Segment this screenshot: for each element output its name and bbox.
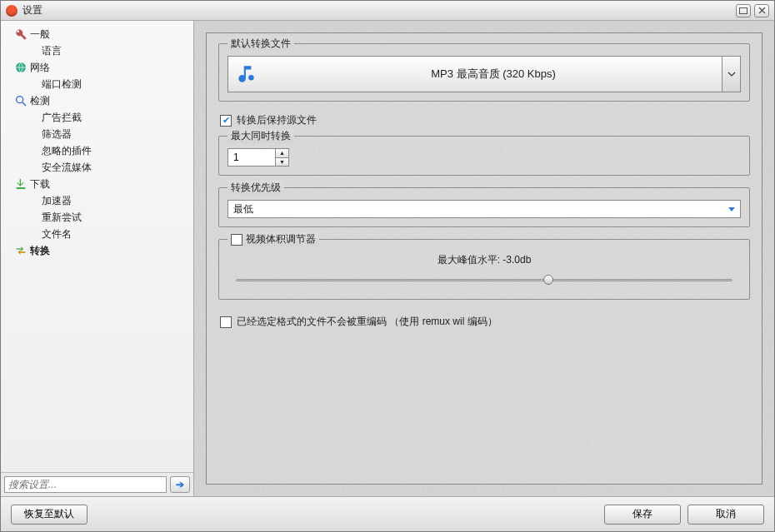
group-priority-legend: 转换优先级 [228, 181, 284, 195]
maximize-icon [739, 7, 748, 14]
window-title: 设置 [22, 3, 736, 17]
music-icon [228, 63, 265, 85]
search-input[interactable] [4, 476, 167, 493]
settings-tree: 一般语言网络端口检测检测广告拦截筛选器忽略的插件安全流媒体下载加速器重新尝试文件… [1, 21, 193, 472]
volume-slider-wrap: 最大峰值水平: -3.0db [228, 251, 741, 291]
globe-icon [13, 61, 28, 74]
tree-item-11[interactable]: 重新尝试 [9, 209, 193, 226]
tree-item-label: 网络 [28, 61, 50, 75]
tree-item-4[interactable]: 检测 [9, 92, 193, 109]
group-default-profile-legend: 默认转换文件 [228, 37, 294, 51]
wrench-icon [13, 27, 28, 41]
tree-item-8[interactable]: 安全流媒体 [9, 159, 193, 176]
tree-item-1[interactable]: 语言 [9, 42, 193, 59]
svg-point-8 [248, 75, 254, 81]
group-volume: 视频体积调节器 最大峰值水平: -3.0db [218, 239, 750, 300]
group-max-concurrent: 最大同时转换 ▲ ▼ [218, 136, 750, 176]
app-icon [6, 5, 18, 17]
tree-item-label: 加速器 [40, 194, 72, 208]
group-max-concurrent-legend: 最大同时转换 [228, 129, 294, 143]
cancel-button[interactable]: 取消 [688, 505, 764, 525]
chevron-down-icon[interactable] [722, 57, 740, 92]
spin-up-button[interactable]: ▲ [276, 149, 288, 157]
tree-item-label: 筛选器 [40, 127, 72, 142]
tree-item-10[interactable]: 加速器 [9, 192, 193, 209]
footer: 恢复至默认 保存 取消 [1, 496, 774, 531]
close-button[interactable] [754, 4, 769, 17]
tree-item-label: 语言 [40, 44, 62, 58]
tree-item-label: 文件名 [40, 227, 72, 241]
save-button[interactable]: 保存 [604, 505, 681, 525]
search-bar: ➔ [1, 472, 193, 496]
search-go-button[interactable]: ➔ [170, 476, 190, 493]
keep-source-checkbox[interactable]: ✔ [220, 115, 232, 127]
keep-source-label: 转换后保持源文件 [237, 113, 317, 127]
body: 一般语言网络端口检测检测广告拦截筛选器忽略的插件安全流媒体下载加速器重新尝试文件… [1, 21, 774, 496]
group-volume-legend: 视频体积调节器 [246, 232, 316, 246]
download-icon [13, 177, 28, 191]
default-profile-select[interactable]: MP3 最高音质 (320 Kbps) [228, 56, 741, 92]
volume-slider[interactable] [236, 274, 732, 286]
priority-value: 最低 [233, 202, 723, 216]
tree-item-label: 忽略的插件 [40, 144, 92, 158]
close-icon [758, 7, 766, 14]
title-bar: 设置 [1, 1, 774, 21]
volume-caption: 最大峰值水平: -3.0db [236, 253, 732, 267]
keep-source-row: ✔ 转换后保持源文件 [220, 113, 750, 127]
group-priority: 转换优先级 最低 [218, 187, 750, 227]
slider-track [236, 279, 732, 281]
convert-panel: 默认转换文件 MP3 最高音质 (320 Kbps) ✔ 转换后保持源文件 [206, 32, 762, 485]
tree-item-9[interactable]: 下载 [9, 176, 193, 192]
convert-icon [13, 244, 28, 257]
tree-item-label: 一般 [28, 27, 50, 42]
tree-item-0[interactable]: 一般 [9, 26, 193, 42]
max-concurrent-input[interactable] [228, 149, 275, 166]
tree-item-label: 端口检测 [40, 77, 82, 92]
dropdown-arrow-icon [723, 203, 740, 215]
tree-item-label: 广告拦截 [40, 111, 82, 125]
magnifier-icon [13, 94, 28, 107]
svg-rect-0 [740, 7, 748, 13]
svg-line-6 [22, 102, 26, 106]
arrow-right-icon: ➔ [176, 479, 184, 490]
slider-thumb[interactable] [543, 275, 553, 285]
sidebar: 一般语言网络端口检测检测广告拦截筛选器忽略的插件安全流媒体下载加速器重新尝试文件… [1, 21, 194, 496]
default-profile-label: MP3 最高音质 (320 Kbps) [265, 67, 722, 82]
tree-item-label: 检测 [28, 94, 50, 108]
svg-point-5 [17, 97, 23, 103]
tree-item-3[interactable]: 端口检测 [9, 76, 193, 92]
tree-item-12[interactable]: 文件名 [9, 226, 193, 242]
spinner-buttons: ▲ ▼ [275, 149, 288, 166]
tree-item-label: 转换 [28, 244, 50, 258]
tree-item-label: 安全流媒体 [40, 161, 92, 175]
remux-checkbox[interactable]: ✔ [220, 316, 232, 328]
priority-select[interactable]: 最低 [228, 200, 741, 218]
tree-item-7[interactable]: 忽略的插件 [9, 142, 193, 159]
tree-item-label: 下载 [28, 177, 50, 191]
window-buttons [736, 4, 769, 17]
tree-item-5[interactable]: 广告拦截 [9, 109, 193, 126]
remux-row: ✔ 已经选定格式的文件不会被重编码 （使用 remux wil 编码） [220, 315, 750, 329]
tree-item-13[interactable]: 转换 [9, 242, 193, 259]
spin-down-button[interactable]: ▼ [276, 157, 288, 167]
maximize-button[interactable] [736, 4, 751, 17]
restore-defaults-button[interactable]: 恢复至默认 [11, 505, 88, 525]
group-default-profile: 默认转换文件 MP3 最高音质 (320 Kbps) [218, 43, 750, 102]
settings-window: 设置 一般语言网络端口检测检测广告拦截筛选器忽略的插件安全流媒体下载加速器重新尝… [0, 0, 775, 532]
tree-item-6[interactable]: 筛选器 [9, 126, 193, 142]
svg-point-3 [17, 30, 19, 32]
svg-rect-7 [17, 187, 26, 189]
svg-marker-9 [728, 207, 735, 211]
volume-enable-checkbox[interactable] [231, 234, 242, 246]
tree-item-label: 重新尝试 [40, 211, 82, 225]
content-area: 默认转换文件 MP3 最高音质 (320 Kbps) ✔ 转换后保持源文件 [194, 21, 774, 496]
remux-label: 已经选定格式的文件不会被重编码 （使用 remux wil 编码） [237, 315, 498, 329]
tree-item-2[interactable]: 网络 [9, 59, 193, 76]
max-concurrent-spinner[interactable]: ▲ ▼ [228, 148, 289, 167]
